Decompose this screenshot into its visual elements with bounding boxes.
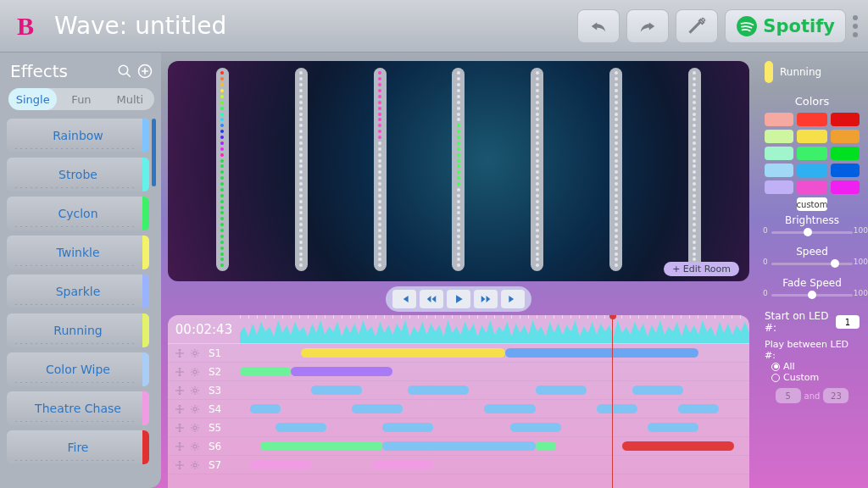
clip[interactable] [678, 404, 719, 413]
track-row[interactable] [240, 381, 749, 400]
led-strip[interactable] [609, 68, 622, 271]
clip[interactable] [260, 441, 382, 451]
tab-single[interactable]: Single [8, 88, 57, 110]
effect-item[interactable]: Cyclon [7, 197, 149, 230]
undo-button[interactable] [577, 9, 620, 43]
add-icon[interactable] [137, 64, 153, 79]
rewind-button[interactable] [420, 290, 443, 308]
track-header[interactable]: S2 [168, 363, 240, 381]
fade-speed-slider[interactable]: Fade Speed [765, 277, 860, 302]
track-label: S7 [209, 459, 221, 471]
tab-multi[interactable]: Multi [106, 88, 154, 110]
spotify-button[interactable]: Spotify [725, 9, 846, 43]
track-header[interactable]: S1 [168, 344, 240, 363]
timeline[interactable]: 00:02:43 S1S2S3S4S5S6S7 [168, 315, 749, 488]
search-icon[interactable] [117, 64, 132, 79]
led-strip[interactable] [295, 68, 308, 271]
effect-item[interactable]: Rainbow [7, 119, 149, 152]
custom-color-button[interactable]: custom [797, 197, 828, 211]
color-swatch[interactable] [831, 130, 860, 143]
clip[interactable] [301, 348, 504, 358]
clip[interactable] [632, 385, 683, 395]
menu-button[interactable] [853, 15, 858, 37]
sidebar-title: Effects [10, 61, 68, 81]
color-swatch[interactable] [831, 164, 860, 177]
track-header[interactable]: S4 [168, 400, 240, 419]
clip[interactable] [505, 348, 698, 358]
color-swatch[interactable] [831, 113, 860, 126]
led-strip[interactable] [216, 68, 229, 271]
track-row[interactable] [240, 363, 749, 381]
clip[interactable] [510, 423, 561, 432]
clip[interactable] [240, 367, 291, 376]
clip[interactable] [382, 441, 535, 451]
color-swatch[interactable] [765, 113, 793, 126]
led-strip[interactable] [452, 68, 465, 271]
track-row[interactable] [240, 456, 749, 474]
range-from-input[interactable] [776, 388, 801, 403]
track-header[interactable]: S6 [168, 437, 240, 456]
effect-item[interactable]: Twinkle [7, 236, 149, 269]
clip[interactable] [408, 385, 469, 395]
clip[interactable] [352, 404, 403, 413]
clip[interactable] [291, 367, 392, 376]
effect-item[interactable]: Sparkle [7, 274, 149, 308]
color-swatch[interactable] [797, 180, 828, 194]
play-between-all[interactable]: All [765, 361, 860, 372]
color-swatch[interactable] [765, 164, 793, 177]
start-led-input[interactable] [836, 315, 860, 329]
forward-button[interactable] [474, 290, 498, 308]
effects-list[interactable]: RainbowStrobeCyclonTwinkleSparkleRunning… [7, 119, 156, 483]
clip[interactable] [372, 460, 433, 469]
color-swatch[interactable] [765, 180, 793, 194]
track-header[interactable]: S3 [168, 381, 240, 400]
effect-item[interactable]: Color Wipe [7, 352, 149, 386]
clip[interactable] [250, 404, 281, 413]
track-row[interactable] [240, 419, 749, 437]
color-swatch[interactable] [797, 130, 828, 143]
playhead[interactable] [612, 315, 614, 488]
track-row[interactable] [240, 344, 749, 363]
effect-item[interactable]: Fire [7, 430, 149, 464]
clip[interactable] [536, 385, 587, 395]
clip[interactable] [597, 404, 637, 413]
track-row[interactable] [240, 437, 749, 456]
clip[interactable] [648, 423, 698, 432]
effect-item[interactable]: Strobe [7, 158, 149, 191]
track-header[interactable]: S7 [168, 456, 240, 474]
broadcast-button[interactable] [676, 9, 718, 43]
tab-fun[interactable]: Fun [57, 88, 105, 110]
play-button[interactable] [447, 290, 470, 308]
effect-item[interactable]: Running [7, 313, 149, 347]
led-strip[interactable] [531, 68, 543, 271]
color-swatch[interactable] [831, 147, 860, 160]
color-swatch[interactable] [765, 130, 793, 143]
edit-room-button[interactable]: + Edit Room [664, 262, 739, 276]
range-to-input[interactable] [823, 388, 849, 403]
redo-button[interactable] [626, 9, 669, 43]
effect-item[interactable]: Theatre Chase [7, 391, 149, 425]
skip-start-button[interactable] [392, 290, 416, 308]
color-swatch[interactable] [797, 164, 828, 177]
play-between-custom[interactable]: Custom [765, 372, 860, 383]
color-swatch[interactable] [797, 147, 828, 160]
brightness-slider[interactable]: Brightness [765, 214, 860, 239]
clip[interactable] [484, 404, 535, 413]
led-strip[interactable] [374, 68, 387, 271]
color-swatch[interactable] [797, 113, 828, 126]
clip[interactable] [536, 441, 556, 451]
track-row[interactable] [240, 400, 749, 419]
clip[interactable] [275, 423, 326, 432]
skip-end-button[interactable] [501, 290, 525, 308]
track-header[interactable]: S5 [168, 419, 240, 437]
clip[interactable] [622, 441, 734, 451]
clip[interactable] [250, 460, 311, 469]
color-swatch[interactable] [765, 147, 793, 160]
speed-slider[interactable]: Speed [765, 246, 860, 270]
clip[interactable] [311, 385, 362, 395]
color-swatch[interactable] [831, 180, 860, 194]
waveform-row[interactable] [240, 315, 749, 344]
led-strip[interactable] [688, 68, 701, 271]
clip[interactable] [382, 423, 433, 432]
move-icon [175, 348, 185, 358]
